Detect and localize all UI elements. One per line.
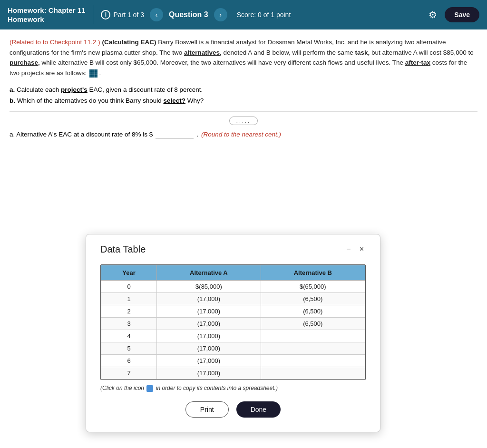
after-tax-phrase: after-tax [405, 59, 430, 66]
table-cell [261, 330, 365, 342]
part-label: Part 1 of 3 [113, 11, 144, 19]
part-b-question: b. Which of the alternatives do you thin… [10, 96, 477, 107]
dots-icon: ..... [236, 118, 251, 124]
modal-title: Data Table [100, 244, 146, 255]
table-cell: $(65,000) [261, 281, 365, 293]
checkpoint-link[interactable]: Checkpoint 11.2 [50, 39, 97, 46]
calculating-label: (Calculating EAC) [102, 39, 156, 46]
table-cell: (17,000) [157, 355, 261, 367]
table-cell: 2 [101, 305, 157, 318]
table-note: (Click on the icon in order to copy its … [100, 385, 366, 392]
table-cell: (6,500) [261, 318, 365, 330]
modal-minimize-button[interactable]: − [344, 244, 352, 254]
part-b-text2: Why? [187, 97, 204, 104]
table-header-row: Year Alternative A Alternative B [101, 265, 365, 281]
table-row: 4(17,000) [101, 330, 365, 342]
data-table-modal: Data Table − × Year Alternative A Altern… [86, 234, 380, 432]
prev-question-button[interactable]: ‹ [150, 8, 163, 21]
table-cell: 4 [101, 330, 157, 342]
table-cell: 0 [101, 281, 157, 293]
expand-section: ..... [10, 117, 477, 125]
related-prefix: (Related to [10, 39, 41, 46]
next-question-button[interactable]: › [214, 8, 227, 21]
body-text3: but alternative A will cost $85,000 to [371, 49, 474, 56]
data-table: Year Alternative A Alternative B 0$(85,0… [101, 265, 365, 380]
col-alt-b: Alternative B [261, 265, 365, 281]
period-after-grid: . [99, 69, 101, 77]
related-to-label: to [43, 39, 50, 46]
data-table-grid-icon[interactable] [89, 69, 97, 78]
title-line2: Homework [8, 15, 44, 23]
col-alt-a: Alternative A [157, 265, 261, 281]
score-label: Score: 0 of 1 point [237, 11, 291, 19]
table-cell: 3 [101, 318, 157, 330]
print-button[interactable]: Print [185, 401, 229, 418]
table-cell [261, 367, 365, 380]
table-cell [261, 342, 365, 355]
table-note-text1: (Click on the icon [100, 385, 144, 391]
table-cell: (17,000) [157, 305, 261, 318]
homework-title: Homework: Chapter 11 Homework [8, 6, 85, 24]
part-a-question: a. Calculate each project's EAC, given a… [10, 85, 477, 96]
part-a-text1: Calculate each [17, 86, 61, 93]
part-b-label: b. [10, 97, 15, 104]
table-note-text2: in order to copy its contents into a spr… [156, 385, 278, 391]
table-cell: (17,000) [157, 342, 261, 355]
info-icon[interactable]: i [101, 10, 110, 19]
data-table-wrapper: Year Alternative A Alternative B 0$(85,0… [100, 264, 366, 380]
header-divider [93, 5, 93, 24]
done-button[interactable]: Done [236, 401, 281, 418]
left-arrow-icon: ‹ [156, 11, 158, 19]
select-word: select? [163, 97, 185, 104]
answer-suffix: . [196, 131, 198, 138]
modal-close-button[interactable]: × [358, 244, 366, 254]
table-cell: (17,000) [157, 318, 261, 330]
settings-button[interactable]: ⚙ [427, 7, 439, 22]
problem-text: (Related to to Checkpoint 11.2 ) (Calcul… [10, 37, 477, 78]
table-row: 0$(85,000)$(65,000) [101, 281, 365, 293]
table-row: 3(17,000)(6,500) [101, 318, 365, 330]
main-content: (Related to to Checkpoint 11.2 ) (Calcul… [0, 29, 487, 448]
project-word: project's [61, 86, 88, 93]
table-row: 5(17,000) [101, 342, 365, 355]
part-b-text1: Which of the alternatives do you think B… [17, 97, 164, 104]
modal-controls: − × [344, 244, 366, 254]
question-label: Question 3 [169, 10, 208, 19]
gear-icon: ⚙ [429, 10, 437, 20]
related-suffix: ) [98, 39, 100, 46]
answer-input-a[interactable] [156, 130, 194, 138]
answer-line-a: a. Alternative A's EAC at a discount rat… [10, 130, 477, 138]
close-icon: × [360, 245, 364, 253]
spreadsheet-icon[interactable] [146, 385, 153, 392]
answer-prefix: a. Alternative A's EAC at a discount rat… [10, 131, 153, 138]
col-year: Year [101, 265, 157, 281]
alternatives-word: alternatives, [184, 49, 222, 56]
task-word: task, [355, 49, 370, 56]
save-button[interactable]: Save [445, 7, 479, 22]
table-row: 2(17,000)(6,500) [101, 305, 365, 318]
table-cell: 7 [101, 367, 157, 380]
separator-line [10, 111, 477, 112]
body-text4: while alternative B will cost only $65,0… [42, 59, 405, 66]
table-row: 1(17,000)(6,500) [101, 293, 365, 305]
table-cell: $(85,000) [157, 281, 261, 293]
table-cell: 5 [101, 342, 157, 355]
table-cell: 1 [101, 293, 157, 305]
modal-header: Data Table − × [100, 244, 366, 255]
page-header: Homework: Chapter 11 Homework i Part 1 o… [0, 0, 487, 29]
part-a-text2: EAC, given a discount rate of 8 percent. [89, 86, 203, 93]
table-cell: 6 [101, 355, 157, 367]
round-note: (Round to the nearest cent.) [201, 131, 281, 138]
title-line1: Homework: Chapter 11 [8, 6, 85, 14]
table-cell: (17,000) [157, 330, 261, 342]
question-parts: a. Calculate each project's EAC, given a… [10, 85, 477, 107]
minimize-icon: − [346, 245, 351, 253]
table-cell [261, 355, 365, 367]
table-cell: (6,500) [261, 293, 365, 305]
expand-button[interactable]: ..... [229, 117, 258, 125]
purchase-word: purchase, [10, 59, 40, 66]
table-cell: (6,500) [261, 305, 365, 318]
table-row: 7(17,000) [101, 367, 365, 380]
table-cell: (17,000) [157, 367, 261, 380]
part-info: i Part 1 of 3 [101, 10, 144, 19]
